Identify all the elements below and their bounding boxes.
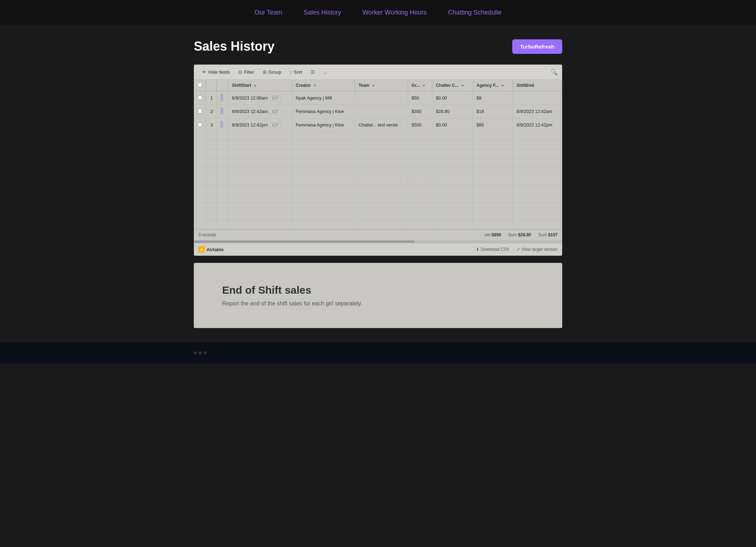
row1-gr: $50: [408, 91, 432, 105]
col-gr[interactable]: Gr... ▼: [408, 80, 432, 91]
airtable-branding: A Airtable ⬇ Download CSV ⤢ View larger …: [194, 243, 562, 255]
group-icon: ⊞: [263, 69, 267, 75]
airtable-logo-icon: A: [198, 246, 205, 253]
page-header: Sales History TurboRefresh: [194, 39, 562, 54]
airtable-embed: 👁 Hide fields ⊟ Filter ⊞ Group ↕ Sort ☰ …: [194, 64, 562, 256]
nav-item-our-team[interactable]: Our Team: [254, 6, 282, 19]
sort-icon: ↕: [290, 69, 292, 75]
col-creator[interactable]: Creator ▼: [292, 80, 355, 91]
col-checkbox: [194, 80, 206, 91]
horizontal-scrollbar[interactable]: [194, 240, 562, 243]
sum-agency-label: Sum $107: [538, 232, 558, 237]
row-height-button[interactable]: ☰: [307, 68, 318, 77]
row3-agency: $80: [473, 118, 513, 132]
rows-icon: ☰: [311, 69, 315, 75]
data-table: ShiftStart ▼ Creator ▼ Team ▼ Gr... ▼: [194, 80, 562, 229]
download-csv-button[interactable]: ⬇ Download CSV: [476, 247, 509, 252]
row2-agency: $19: [473, 105, 513, 118]
eye-icon: 👁: [202, 69, 207, 75]
sort-button[interactable]: ↕ Sort: [286, 68, 306, 77]
nav-item-chatting-schedule[interactable]: Chatting Schedulle: [448, 6, 502, 19]
row2-num: 2: [206, 105, 217, 118]
sum-chatter-value: $28.80: [518, 232, 531, 237]
empty-row: [194, 150, 562, 158]
row2-team: [355, 105, 408, 118]
row1-shiftstart: 6/9/2023 12:00am EST: [229, 91, 292, 105]
eos-description: Report the end of the shift sales for ea…: [222, 300, 534, 307]
nav-item-sales-history[interactable]: Sales History: [304, 6, 341, 19]
eos-title: End of Shift sales: [222, 284, 534, 296]
row3-shiftend: 8/9/2023 12:42pm: [513, 118, 562, 132]
view-larger-button[interactable]: ⤢ View larger version: [517, 247, 558, 252]
filter-icon: ⊟: [238, 69, 242, 75]
empty-row: [194, 167, 562, 176]
row2-shiftstart: 8/9/2023 12:42am EST: [229, 105, 292, 118]
sum-gr-value: $850: [492, 232, 501, 237]
sort-agency-icon: ▼: [501, 84, 504, 88]
row1-checkbox-cell: [194, 91, 206, 105]
row2-checkbox-cell: [194, 105, 206, 118]
row2-bar-col: [217, 105, 229, 118]
airtable-logo: A Airtable: [198, 246, 224, 253]
row3-creator: Femmana Agency | Kloe: [292, 118, 355, 132]
sum-agency-value: $107: [548, 232, 558, 237]
select-all-checkbox[interactable]: [198, 83, 202, 87]
eos-section: End of Shift sales Report the end of the…: [194, 263, 562, 328]
row1-team: [355, 91, 408, 105]
row3-tz-badge: EST: [270, 123, 281, 128]
row2-chatter: $28.80: [432, 105, 473, 118]
filter-button[interactable]: ⊟ Filter: [235, 68, 258, 77]
row3-checkbox-cell: [194, 118, 206, 132]
col-agency[interactable]: Agency F... ▼: [473, 80, 513, 91]
table-row: 2 8/9/2023 12:42am EST Femmana Agency | …: [194, 105, 562, 118]
sort-gr-icon: ▼: [422, 84, 426, 88]
row3-checkbox[interactable]: [198, 122, 202, 127]
empty-row: [194, 158, 562, 167]
search-button[interactable]: 🔍: [551, 69, 558, 75]
row1-chatter: $0.00: [432, 91, 473, 105]
table-toolbar: 👁 Hide fields ⊟ Filter ⊞ Group ↕ Sort ☰ …: [194, 65, 562, 80]
row3-gr: $500: [408, 118, 432, 132]
hide-fields-button[interactable]: 👁 Hide fields: [198, 68, 233, 77]
bottom-bar-inner: [187, 342, 569, 363]
row3-chatter: $0.00: [432, 118, 473, 132]
dot-2: [199, 351, 202, 354]
row3-bar-col: [217, 118, 229, 132]
nav-item-worker-working-hours[interactable]: Worker Working Hours: [362, 6, 427, 19]
row3-team: Chatter... test versio: [355, 118, 408, 132]
group-button[interactable]: ⊞ Group: [259, 68, 285, 77]
empty-row: [194, 141, 562, 150]
row2-bar: [220, 107, 223, 114]
page-content: Sales History TurboRefresh 👁 Hide fields…: [187, 25, 569, 342]
more-button[interactable]: ...: [320, 68, 331, 77]
sort-creator-icon: ▼: [313, 84, 317, 88]
row3-num: 3: [206, 118, 217, 132]
download-icon: ⬇: [476, 247, 479, 252]
brand-actions: ⬇ Download CSV ⤢ View larger version: [476, 247, 558, 252]
col-team[interactable]: Team ▼: [355, 80, 408, 91]
col-shiftend[interactable]: ShiftEnd: [513, 80, 562, 91]
sum-chatter-label: Sum $28.80: [508, 232, 531, 237]
scrollbar-thumb[interactable]: [194, 241, 415, 243]
row1-bar-col: [217, 91, 229, 105]
records-count: 3 records: [198, 232, 216, 237]
main-nav: Our Team Sales History Worker Working Ho…: [0, 0, 756, 25]
row2-tz-badge: EST: [270, 109, 281, 114]
empty-row: [194, 194, 562, 203]
col-row-bar: [217, 80, 229, 91]
row2-checkbox[interactable]: [198, 109, 202, 113]
row1-creator: Nyak Agency | Milf: [292, 91, 355, 105]
row2-gr: $300: [408, 105, 432, 118]
row3-bar: [220, 121, 223, 128]
table-row: 1 6/9/2023 12:00am EST Nyak Agency | Mil…: [194, 91, 562, 105]
empty-row: [194, 185, 562, 194]
sum-gr-label: um $850: [485, 232, 501, 237]
col-num: [206, 80, 217, 91]
dot-1: [194, 351, 197, 354]
row1-tz-badge: EST: [270, 96, 281, 101]
row1-checkbox[interactable]: [198, 95, 202, 100]
col-chatter[interactable]: Chatter C... ▼: [432, 80, 473, 91]
turbo-refresh-button[interactable]: TurboRefresh: [512, 39, 562, 54]
col-shiftstart[interactable]: ShiftStart ▼: [229, 80, 292, 91]
row1-shiftend: [513, 91, 562, 105]
